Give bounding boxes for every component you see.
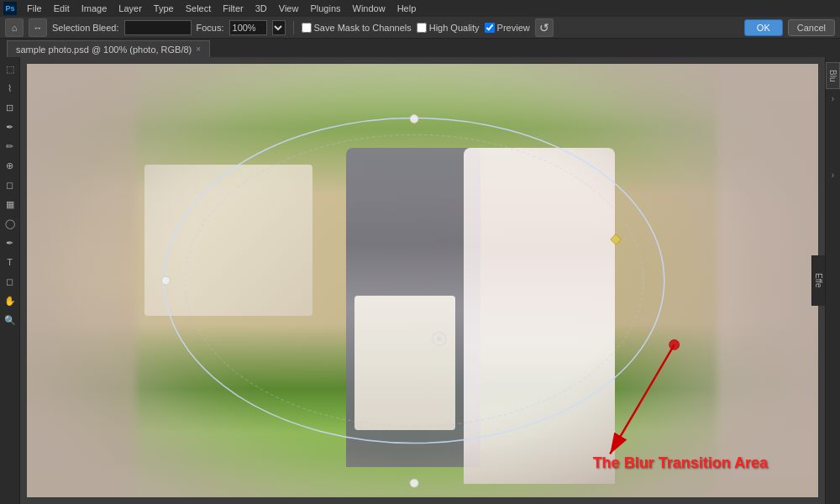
tool-marquee[interactable]: ⬚ [2, 60, 18, 77]
arrange-button[interactable]: ↔ [29, 18, 47, 37]
tool-lasso[interactable]: ⌇ [2, 80, 18, 97]
tool-eraser[interactable]: ◻ [2, 176, 18, 193]
photo-canvas: The Blur Transition Area [27, 64, 818, 497]
save-mask-checkbox-label[interactable]: Save Mask to Channels [302, 23, 412, 33]
tool-brush[interactable]: ✏ [2, 138, 18, 155]
menu-3d[interactable]: 3D [250, 3, 272, 14]
tool-clone[interactable]: ⊕ [2, 157, 18, 174]
left-tools-panel: ⬚ ⌇ ⊡ ✒ ✏ ⊕ ◻ ▦ ◯ ✒ T ◻ ✋ 🔍 [0, 57, 20, 504]
right-panel: Blu › › [825, 57, 840, 504]
menu-window[interactable]: Window [348, 3, 391, 14]
selection-bleed-label: Selection Bleed: [52, 23, 119, 33]
blur-panel-tab[interactable]: Blu [826, 62, 840, 89]
tab-close-button[interactable]: × [196, 45, 201, 54]
tool-text[interactable]: T [2, 254, 18, 270]
high-quality-checkbox-label[interactable]: High Quality [417, 23, 480, 33]
tool-pen[interactable]: ✒ [2, 234, 18, 251]
menu-file[interactable]: File [22, 3, 47, 14]
cancel-button[interactable]: Cancel [788, 19, 835, 36]
menu-select[interactable]: Select [181, 3, 217, 14]
tab-bar: sample photo.psd @ 100% (photo, RGB/8) × [0, 39, 840, 57]
tool-blur[interactable]: ◯ [2, 215, 18, 232]
save-mask-checkbox[interactable] [302, 23, 312, 33]
focus-input[interactable] [229, 20, 267, 35]
tool-crop[interactable]: ⊡ [2, 99, 18, 116]
ok-button[interactable]: OK [744, 19, 783, 36]
document-tab[interactable]: sample photo.psd @ 100% (photo, RGB/8) × [7, 40, 210, 57]
preview-checkbox[interactable] [485, 23, 495, 33]
menu-layer[interactable]: Layer [113, 3, 147, 14]
menu-view[interactable]: View [274, 3, 304, 14]
preview-checkbox-label[interactable]: Preview [485, 23, 530, 33]
high-quality-checkbox[interactable] [417, 23, 427, 33]
focus-label: Focus: [197, 23, 224, 33]
menu-filter[interactable]: Filter [218, 3, 248, 14]
tool-gradient[interactable]: ▦ [2, 196, 18, 213]
menu-help[interactable]: Help [392, 3, 422, 14]
tab-filename: sample photo.psd @ 100% (photo, RGB/8) [16, 45, 192, 55]
main-area: ⬚ ⌇ ⊡ ✒ ✏ ⊕ ◻ ▦ ◯ ✒ T ◻ ✋ 🔍 [0, 57, 840, 504]
ps-logo: Ps [3, 2, 17, 15]
tool-eyedropper[interactable]: ✒ [2, 118, 18, 135]
blur-transition-overlay [27, 64, 818, 497]
home-button[interactable]: ⌂ [5, 18, 24, 37]
effects-panel-tab[interactable]: Effe [811, 255, 825, 306]
menubar: Ps File Edit Image Layer Type Select Fil… [0, 0, 840, 17]
canvas-wrapper: The Blur Transition Area [27, 64, 818, 497]
menu-type[interactable]: Type [149, 3, 179, 14]
canvas-area[interactable]: The Blur Transition Area Effe [20, 57, 825, 504]
blur-annotation-text: The Blur Transition Area [593, 454, 768, 472]
panel-arrow-right-2[interactable]: › [832, 171, 834, 180]
options-toolbar: ⌂ ↔ Selection Bleed: Focus: Save Mask to… [0, 17, 840, 39]
selection-bleed-input[interactable] [124, 20, 192, 35]
menu-edit[interactable]: Edit [49, 3, 75, 14]
tool-hand[interactable]: ✋ [2, 292, 18, 309]
panel-arrow-right[interactable]: › [832, 94, 834, 103]
focus-dropdown[interactable] [272, 20, 286, 35]
tool-shape[interactable]: ◻ [2, 273, 18, 290]
menu-image[interactable]: Image [76, 3, 113, 14]
separator-1 [293, 21, 294, 34]
tool-zoom[interactable]: 🔍 [2, 312, 18, 328]
menu-plugins[interactable]: Plugins [305, 3, 345, 14]
reset-button[interactable]: ↺ [535, 18, 554, 37]
